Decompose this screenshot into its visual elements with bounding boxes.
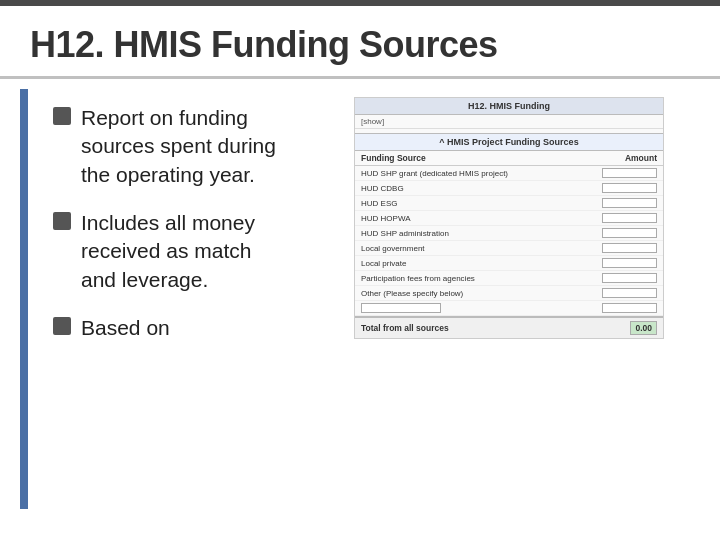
right-panel: H12. HMIS Funding [show] ^ HMIS Project … <box>308 89 720 509</box>
row-label: Local government <box>361 244 602 253</box>
bullet-text-2: Includes all money received as match and… <box>81 209 288 294</box>
row-label: Participation fees from agencies <box>361 274 602 283</box>
left-accent-bar <box>20 89 28 509</box>
form-row: Local private <box>355 256 663 271</box>
row-input[interactable] <box>602 213 657 223</box>
form-row: HUD SHP administration <box>355 226 663 241</box>
total-value: 0.00 <box>630 321 657 335</box>
form-row: HUD HOPWA <box>355 211 663 226</box>
row-input[interactable] <box>602 183 657 193</box>
form-screenshot: H12. HMIS Funding [show] ^ HMIS Project … <box>354 97 664 339</box>
form-row: HUD SHP grant (dedicated HMIS project) <box>355 166 663 181</box>
form-row: Other (Please specify below) <box>355 286 663 301</box>
form-row: Local government <box>355 241 663 256</box>
other-specify-input[interactable] <box>361 303 441 313</box>
bullet-text-3: Based on <box>81 314 170 342</box>
other-amount-input[interactable] <box>602 303 657 313</box>
page-title: H12. HMIS Funding Sources <box>30 24 690 66</box>
total-label: Total from all sources <box>361 323 449 333</box>
bullet-marker <box>53 317 71 335</box>
form-column-headers: Funding Source Amount <box>355 151 663 166</box>
bullet-list: Report on funding sources spent during t… <box>28 89 308 509</box>
row-input[interactable] <box>602 258 657 268</box>
row-label: Other (Please specify below) <box>361 289 602 298</box>
form-other-row <box>355 301 663 316</box>
col-amount-label: Amount <box>625 153 657 163</box>
form-row: Participation fees from agencies <box>355 271 663 286</box>
row-input[interactable] <box>602 168 657 178</box>
form-show-link[interactable]: [show] <box>355 115 663 129</box>
row-input[interactable] <box>602 243 657 253</box>
row-label: HUD ESG <box>361 199 602 208</box>
form-row: HUD ESG <box>355 196 663 211</box>
bullet-marker <box>53 212 71 230</box>
row-label: Local private <box>361 259 602 268</box>
title-area: H12. HMIS Funding Sources <box>0 6 720 79</box>
bullet-marker <box>53 107 71 125</box>
row-input[interactable] <box>602 228 657 238</box>
list-item: Report on funding sources spent during t… <box>53 104 288 189</box>
form-row: HUD CDBG <box>355 181 663 196</box>
row-label: HUD HOPWA <box>361 214 602 223</box>
row-input[interactable] <box>602 288 657 298</box>
row-input[interactable] <box>602 273 657 283</box>
content-area: Report on funding sources spent during t… <box>0 79 720 509</box>
list-item: Includes all money received as match and… <box>53 209 288 294</box>
row-input[interactable] <box>602 198 657 208</box>
list-item: Based on <box>53 314 288 342</box>
row-label: HUD SHP administration <box>361 229 602 238</box>
row-label: HUD SHP grant (dedicated HMIS project) <box>361 169 602 178</box>
form-title-bar: H12. HMIS Funding <box>355 98 663 115</box>
form-total-row: Total from all sources 0.00 <box>355 316 663 338</box>
row-label: HUD CDBG <box>361 184 602 193</box>
col-funding-label: Funding Source <box>361 153 426 163</box>
bullet-text-1: Report on funding sources spent during t… <box>81 104 288 189</box>
form-section-title: ^ HMIS Project Funding Sources <box>355 133 663 151</box>
